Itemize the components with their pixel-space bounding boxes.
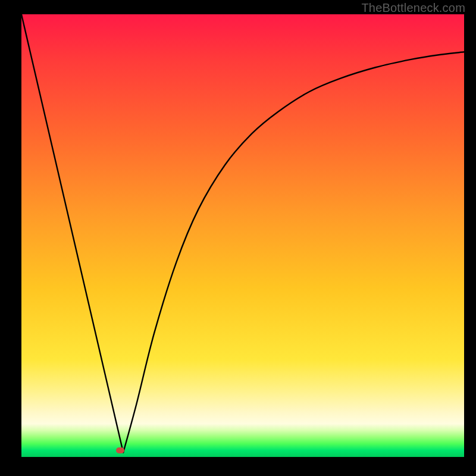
bottleneck-curve (21, 14, 464, 457)
optimal-point-marker (116, 447, 124, 453)
plot-area (21, 14, 464, 457)
watermark-text: TheBottleneck.com (361, 1, 465, 15)
chart-frame: TheBottleneck.com (0, 0, 476, 476)
